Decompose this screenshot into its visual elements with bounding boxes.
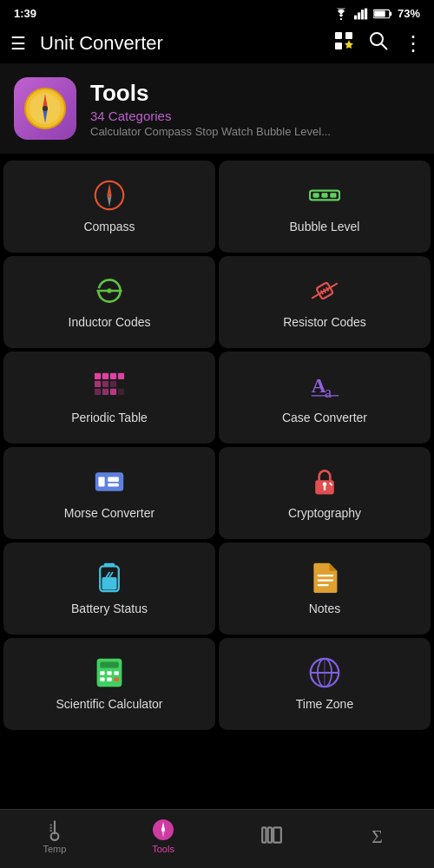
svg-point-18 xyxy=(43,106,48,111)
wifi-icon xyxy=(333,8,349,20)
svg-marker-11 xyxy=(345,40,353,49)
battery-percent: 73% xyxy=(398,7,420,20)
status-time: 1:39 xyxy=(14,7,36,20)
timezone-icon xyxy=(309,657,340,688)
svg-line-56 xyxy=(330,483,332,485)
sigma-icon: Σ xyxy=(369,824,391,846)
svg-point-12 xyxy=(371,33,383,45)
grid-item-case[interactable]: A a Case Converter xyxy=(219,352,431,444)
grid-item-resistor[interactable]: Resistor Codes xyxy=(219,256,431,348)
top-bar-icons: ⋮ xyxy=(333,30,424,56)
nav-temp-label: Temp xyxy=(43,844,66,854)
bubble-level-icon xyxy=(309,180,340,211)
svg-rect-42 xyxy=(95,389,101,395)
tools-subtitle: Calculator Compass Stop Watch Bubble Lev… xyxy=(90,125,331,138)
svg-point-55 xyxy=(323,482,327,486)
grid-item-compass[interactable]: Compass xyxy=(3,161,215,253)
svg-line-13 xyxy=(382,44,388,50)
grid-item-periodic[interactable]: Periodic Table xyxy=(3,352,215,444)
svg-rect-86 xyxy=(262,827,266,842)
grid-item-crypto[interactable]: Cryptography xyxy=(219,447,431,539)
svg-rect-38 xyxy=(118,373,124,379)
library-icon xyxy=(260,824,283,846)
notes-label: Notes xyxy=(309,602,341,615)
tools-grid: Compass Bubble Level Inductor Codes Resi… xyxy=(0,157,434,733)
svg-rect-87 xyxy=(267,827,271,842)
svg-rect-68 xyxy=(107,671,111,675)
svg-rect-59 xyxy=(102,577,116,589)
svg-rect-51 xyxy=(108,477,119,482)
search-icon[interactable] xyxy=(368,30,389,56)
svg-rect-25 xyxy=(321,193,327,197)
thermometer-icon xyxy=(43,819,66,841)
timezone-label: Time Zone xyxy=(296,697,353,711)
nav-tools[interactable]: Tools xyxy=(152,819,174,854)
case-icon: A a xyxy=(309,371,340,402)
compass-icon xyxy=(94,180,125,211)
nav-temp[interactable]: Temp xyxy=(43,819,66,854)
morse-label: Morse Converter xyxy=(64,506,155,520)
compass-label: Compass xyxy=(83,220,135,233)
nav-sum[interactable]: Σ xyxy=(369,824,391,849)
grid-item-battery[interactable]: Battery Status xyxy=(3,542,215,635)
periodic-label: Periodic Table xyxy=(71,411,148,424)
notes-icon xyxy=(309,562,340,593)
svg-rect-1 xyxy=(354,15,357,19)
calculator-icon xyxy=(94,657,125,688)
nav-compass-icon xyxy=(152,819,174,841)
svg-rect-69 xyxy=(114,671,118,675)
tools-icon xyxy=(14,77,76,140)
grid-item-bubble-level[interactable]: Bubble Level xyxy=(219,161,431,253)
calculator-label: Scientific Calculator xyxy=(56,697,163,711)
signal-icon xyxy=(354,8,368,20)
grid-item-inductor[interactable]: Inductor Codes xyxy=(3,256,215,348)
favorite-grid-icon[interactable] xyxy=(333,30,354,56)
nav-units[interactable] xyxy=(260,824,283,849)
battery-status-icon xyxy=(373,9,392,19)
svg-rect-70 xyxy=(100,677,104,681)
svg-rect-26 xyxy=(330,193,336,197)
grid-item-notes[interactable]: Notes xyxy=(219,542,431,635)
svg-point-0 xyxy=(340,17,342,19)
grid-item-calculator[interactable]: Scientific Calculator xyxy=(3,638,215,730)
resistor-label: Resistor Codes xyxy=(283,315,366,329)
svg-rect-52 xyxy=(108,483,119,487)
svg-text:a: a xyxy=(325,384,332,401)
svg-point-85 xyxy=(161,828,165,832)
svg-rect-50 xyxy=(98,477,104,487)
svg-rect-7 xyxy=(374,10,385,16)
more-options-icon[interactable]: ⋮ xyxy=(403,33,424,54)
svg-rect-66 xyxy=(100,661,119,667)
tools-title: Tools xyxy=(90,80,331,107)
svg-rect-35 xyxy=(95,373,101,379)
svg-point-29 xyxy=(107,288,111,293)
battery-label: Battery Status xyxy=(71,602,148,615)
categories-label: 34 Categories xyxy=(90,108,331,123)
grid-item-morse[interactable]: Morse Converter xyxy=(3,447,215,539)
svg-rect-6 xyxy=(390,11,391,16)
svg-rect-71 xyxy=(107,677,111,681)
grid-item-timezone[interactable]: Time Zone xyxy=(219,638,431,730)
bottom-nav: Temp Tools Σ xyxy=(0,809,434,868)
svg-rect-2 xyxy=(358,12,360,19)
svg-rect-36 xyxy=(102,373,108,379)
nav-tools-label: Tools xyxy=(152,844,174,854)
svg-rect-39 xyxy=(95,381,101,387)
menu-icon[interactable]: ☰ xyxy=(10,33,26,54)
svg-rect-8 xyxy=(335,32,342,39)
resistor-icon xyxy=(309,275,340,306)
inductor-label: Inductor Codes xyxy=(69,315,151,329)
app-title: Unit Converter xyxy=(40,32,319,55)
svg-rect-3 xyxy=(361,10,364,19)
header-card: Tools 34 Categories Calculator Compass S… xyxy=(0,63,434,154)
svg-rect-72 xyxy=(114,677,118,681)
status-icons: 73% xyxy=(333,7,420,20)
battery-icon xyxy=(94,562,125,593)
svg-rect-88 xyxy=(273,827,281,842)
svg-rect-9 xyxy=(345,32,352,39)
header-info: Tools 34 Categories Calculator Compass S… xyxy=(90,80,331,138)
svg-rect-43 xyxy=(102,389,108,395)
status-bar: 1:39 73% xyxy=(0,0,434,23)
svg-rect-4 xyxy=(365,8,367,19)
svg-rect-67 xyxy=(100,671,104,675)
